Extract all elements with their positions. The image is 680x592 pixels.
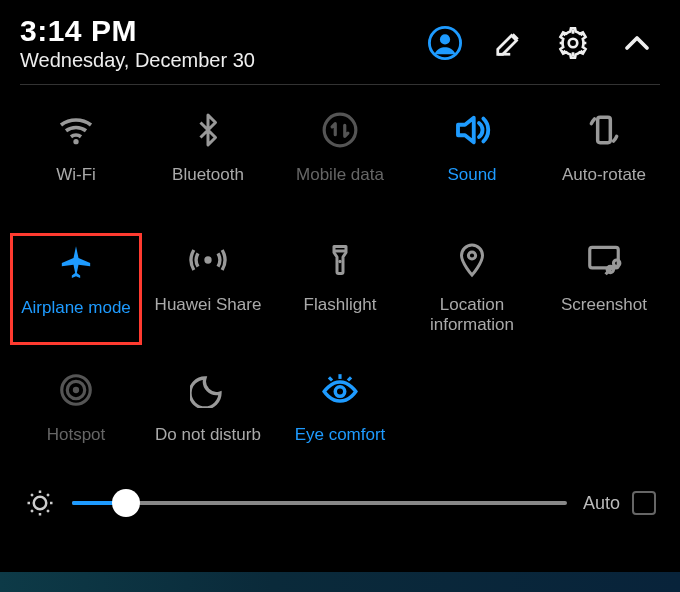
svg-point-19 — [335, 387, 345, 397]
tile-do-not-disturb[interactable]: Do not disturb — [142, 363, 274, 475]
svg-point-5 — [324, 114, 356, 146]
date-text: Wednesday, December 30 — [20, 49, 255, 72]
auto-checkbox[interactable] — [632, 491, 656, 515]
svg-point-13 — [614, 260, 620, 266]
huawei-share-icon — [187, 239, 229, 281]
tile-label: Eye comfort — [295, 425, 386, 445]
tile-label: Sound — [447, 165, 496, 185]
clock-block: 3:14 PM Wednesday, December 30 — [20, 14, 255, 72]
svg-line-28 — [31, 494, 33, 496]
svg-point-23 — [34, 497, 47, 510]
tile-label: Location information — [408, 295, 536, 336]
brightness-row: Auto — [0, 475, 680, 529]
svg-point-3 — [569, 39, 578, 48]
svg-line-29 — [47, 510, 49, 512]
screenshot-icon — [583, 239, 625, 281]
airplane-icon — [55, 242, 97, 284]
svg-line-15 — [613, 266, 615, 268]
auto-brightness-toggle[interactable]: Auto — [583, 491, 656, 515]
tile-label: Mobile data — [296, 165, 384, 185]
location-icon — [451, 239, 493, 281]
notification-shade-header: 3:14 PM Wednesday, December 30 — [0, 0, 680, 84]
tile-auto-rotate[interactable]: Auto-rotate — [538, 103, 670, 215]
svg-point-1 — [440, 34, 450, 44]
tile-label: Do not disturb — [155, 425, 261, 445]
edit-icon[interactable] — [492, 26, 526, 60]
svg-rect-6 — [598, 117, 611, 142]
svg-point-10 — [468, 252, 475, 259]
slider-track — [72, 501, 567, 505]
quick-settings-grid: Wi-Fi Bluetooth Mobile data Sound Auto-r… — [0, 85, 680, 475]
mobile-data-icon — [319, 109, 361, 151]
wifi-icon — [55, 109, 97, 151]
sound-icon — [451, 109, 493, 151]
hotspot-icon — [55, 369, 97, 411]
svg-point-4 — [73, 139, 78, 144]
tile-label: Bluetooth — [172, 165, 244, 185]
tile-label: Wi-Fi — [56, 165, 96, 185]
dnd-icon — [187, 369, 229, 411]
tile-flashlight[interactable]: Flashlight — [274, 233, 406, 345]
tile-label: Hotspot — [47, 425, 106, 445]
auto-label: Auto — [583, 493, 620, 514]
tile-label: Airplane mode — [21, 298, 131, 318]
slider-thumb[interactable] — [112, 489, 140, 517]
tile-label: Screenshot — [561, 295, 647, 315]
tile-airplane-mode[interactable]: Airplane mode — [10, 233, 142, 345]
tile-bluetooth[interactable]: Bluetooth — [142, 103, 274, 215]
wallpaper-strip — [0, 572, 680, 592]
tile-label: Auto-rotate — [562, 165, 646, 185]
tile-empty — [406, 363, 538, 475]
profile-icon[interactable] — [428, 26, 462, 60]
svg-point-9 — [338, 260, 341, 263]
brightness-icon — [24, 487, 56, 519]
tile-label: Huawei Share — [155, 295, 262, 315]
time-text: 3:14 PM — [20, 14, 255, 48]
svg-point-16 — [73, 387, 79, 393]
tile-location[interactable]: Location information — [406, 233, 538, 345]
flashlight-icon — [319, 239, 361, 281]
tile-huawei-share[interactable]: Huawei Share — [142, 233, 274, 345]
header-actions — [428, 26, 654, 60]
tile-mobile-data[interactable]: Mobile data — [274, 103, 406, 215]
tile-screenshot[interactable]: Screenshot — [538, 233, 670, 345]
eye-comfort-icon — [319, 369, 361, 411]
settings-icon[interactable] — [556, 26, 590, 60]
auto-rotate-icon — [583, 109, 625, 151]
bluetooth-icon — [187, 109, 229, 151]
tile-hotspot[interactable]: Hotspot — [10, 363, 142, 475]
svg-point-7 — [204, 256, 211, 263]
svg-line-21 — [329, 377, 332, 380]
collapse-icon[interactable] — [620, 26, 654, 60]
svg-line-31 — [47, 494, 49, 496]
tile-empty — [538, 363, 670, 475]
svg-line-30 — [31, 510, 33, 512]
svg-line-22 — [348, 377, 351, 380]
tile-sound[interactable]: Sound — [406, 103, 538, 215]
tile-label: Flashlight — [304, 295, 377, 315]
tile-wifi[interactable]: Wi-Fi — [10, 103, 142, 215]
brightness-slider[interactable] — [72, 487, 567, 519]
tile-eye-comfort[interactable]: Eye comfort — [274, 363, 406, 475]
